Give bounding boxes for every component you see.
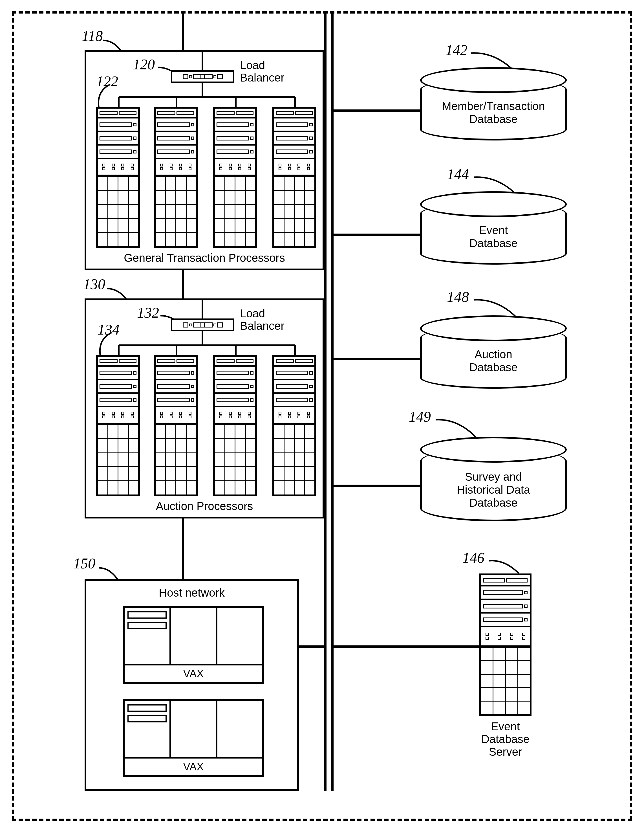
server-rack <box>154 107 198 248</box>
connector-line <box>334 109 420 112</box>
event-server-label: Event Database Server <box>479 720 532 758</box>
connector-line <box>334 485 420 487</box>
ref-144: 144 <box>447 166 469 183</box>
connector-line <box>182 270 184 298</box>
server-rack <box>272 107 316 248</box>
gtp-label: General Transaction Processors <box>86 252 323 264</box>
connector-line <box>182 518 184 579</box>
load-balancer-label: Load Balancer <box>240 59 284 84</box>
vax-label: VAX <box>125 664 262 682</box>
host-network-group: Host network VAX VAX <box>85 579 299 791</box>
db-label: Event Database <box>422 224 565 250</box>
host-network-label: Host network <box>86 587 297 599</box>
server-rack <box>96 107 140 248</box>
connector-line <box>334 233 420 236</box>
ref-148: 148 <box>447 289 469 305</box>
auction-label: Auction Processors <box>86 500 323 513</box>
connector-line <box>182 14 184 50</box>
db-label: Auction Database <box>422 348 565 374</box>
load-balancer <box>171 70 234 83</box>
connector-line <box>334 358 420 360</box>
server-rack <box>272 355 316 496</box>
server-rack <box>213 355 257 496</box>
db-label: Survey and Historical Data Database <box>422 470 565 509</box>
load-balancer <box>171 318 234 331</box>
connector-line <box>334 645 479 648</box>
connector-line <box>299 645 324 648</box>
ref-122: 122 <box>96 73 118 90</box>
ref-149: 149 <box>409 408 431 425</box>
vax-box: VAX <box>123 699 264 777</box>
ref-142: 142 <box>445 42 467 58</box>
database-cylinder: Event Database <box>420 203 567 265</box>
ref-150: 150 <box>73 555 95 572</box>
vax-box: VAX <box>123 606 264 684</box>
ref-118: 118 <box>82 27 103 44</box>
ref-132: 132 <box>137 304 159 321</box>
auction-group: 132 Load Balancer 134 <box>85 298 324 518</box>
vax-label: VAX <box>125 757 262 775</box>
ref-146: 146 <box>463 550 484 566</box>
diagram-canvas: 118 120 Load Balancer 122 <box>12 11 632 821</box>
ref-130: 130 <box>83 276 105 293</box>
event-db-server <box>479 574 532 716</box>
server-rack <box>96 355 140 496</box>
db-label: Member/Transaction Database <box>422 100 565 125</box>
database-cylinder: Survey and Historical Data Database <box>420 448 567 521</box>
ref-120: 120 <box>133 56 155 73</box>
gtp-group: 120 Load Balancer 122 <box>85 50 324 270</box>
load-balancer-label: Load Balancer <box>240 307 284 332</box>
vertical-bus-line <box>324 14 326 791</box>
database-cylinder: Auction Database <box>420 326 567 389</box>
database-cylinder: Member/Transaction Database <box>420 79 567 140</box>
server-rack <box>213 107 257 248</box>
server-rack <box>154 355 198 496</box>
vertical-bus-line <box>331 14 334 791</box>
ref-134: 134 <box>98 321 120 338</box>
